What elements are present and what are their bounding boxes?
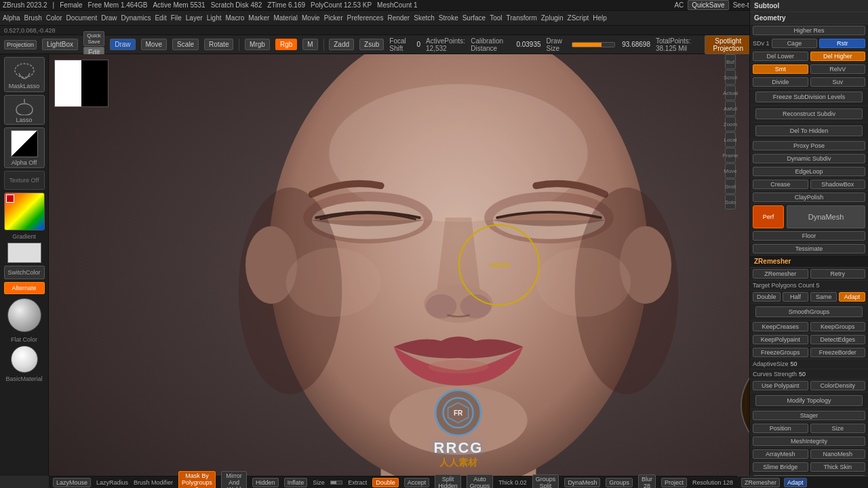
draw-mode-button[interactable]: Draw: [110, 39, 135, 50]
tool-btn-7[interactable]: Frame: [725, 148, 736, 163]
keep-creases-button[interactable]: KeepCreases: [753, 322, 808, 331]
floor-button[interactable]: Floor: [753, 231, 865, 241]
array-mesh-button[interactable]: ArrayMesh: [753, 449, 808, 459]
menu-color[interactable]: Color: [46, 14, 62, 22]
color-density-button[interactable]: ColorDensity: [810, 381, 866, 390]
smt-button[interactable]: Smt: [753, 64, 808, 74]
accept-button[interactable]: Accept: [404, 478, 430, 487]
adapt-button[interactable]: Adapt: [839, 292, 865, 302]
mrgb-button[interactable]: Mrgb: [245, 39, 270, 50]
smooth-groups-button[interactable]: SmoothGroups: [755, 306, 863, 317]
texture-off-button[interactable]: Texture Off: [4, 171, 45, 190]
tool-btn-6[interactable]: Local: [725, 132, 736, 147]
tessimate-button[interactable]: Tessimate: [753, 244, 865, 253]
menu-help[interactable]: Help: [593, 14, 607, 22]
menu-transform[interactable]: Transform: [507, 14, 537, 22]
edgeloop-button[interactable]: EdgeLoop: [753, 167, 865, 176]
reconstruct-button[interactable]: Reconstruct Subdiv: [755, 108, 863, 119]
menu-sketch[interactable]: Sketch: [414, 14, 435, 22]
switch-color-button[interactable]: SwitchColor: [4, 266, 45, 279]
menu-document[interactable]: Document: [66, 14, 98, 22]
zremesher-section-title[interactable]: ZRemesher: [750, 256, 868, 268]
double-button[interactable]: Double: [753, 292, 781, 302]
menu-tool[interactable]: Tool: [490, 14, 502, 22]
menu-stroke[interactable]: Stroke: [439, 14, 458, 22]
proxy-pose-button[interactable]: Proxy Pose: [753, 141, 865, 150]
menu-macro[interactable]: Macro: [226, 14, 245, 22]
projection-button[interactable]: Projection: [4, 40, 37, 49]
menu-alpha[interactable]: Alpha: [3, 14, 20, 22]
menu-brush[interactable]: Brush: [24, 14, 42, 22]
dynamesh-big-button[interactable]: DynaMesh: [787, 205, 865, 228]
tool-btn-5[interactable]: Zoom: [725, 117, 736, 131]
menu-material[interactable]: Material: [273, 14, 298, 22]
lightbox-button[interactable]: LightBox: [42, 39, 78, 50]
split-hidden-button[interactable]: Split Hidden: [435, 474, 461, 489]
freeze-groups-button[interactable]: FreezeGroups: [753, 348, 808, 357]
half-button[interactable]: Half: [783, 292, 809, 302]
groups-button[interactable]: Groups: [606, 478, 633, 487]
claypolish-button[interactable]: ClayPolish: [753, 192, 865, 202]
secondary-color-swatch[interactable]: [7, 243, 41, 263]
del-lower-button[interactable]: Del Lower: [753, 52, 808, 61]
menu-preferences[interactable]: Preferences: [347, 14, 383, 22]
subtool-title[interactable]: Subtool: [750, 0, 868, 12]
perf-button[interactable]: Perf: [753, 205, 784, 228]
size-slider[interactable]: [330, 481, 343, 485]
quicksave-small-button[interactable]: Quick Save: [83, 31, 104, 46]
shadowbox-button[interactable]: ShadowBox: [810, 180, 866, 189]
thick-skin-button[interactable]: Thick Skin: [810, 462, 866, 472]
menu-marker[interactable]: Marker: [248, 14, 269, 22]
same-button[interactable]: Same: [810, 292, 837, 302]
tool-btn-10[interactable]: Solo: [725, 195, 736, 209]
draw-size-slider[interactable]: [572, 42, 616, 47]
m-button[interactable]: M: [302, 39, 317, 50]
higher-res-button[interactable]: Higher Res: [753, 26, 865, 35]
stager-button[interactable]: Stager: [753, 411, 865, 420]
slime-bridge-button[interactable]: Slime Bridge: [753, 462, 808, 472]
rgb-button[interactable]: Rgb: [275, 39, 297, 50]
zsub-button[interactable]: Zsub: [359, 39, 384, 50]
zremesher-bottom[interactable]: ZRemesher: [741, 478, 780, 487]
menu-zscript[interactable]: ZScript: [568, 14, 589, 22]
modify-topology-button[interactable]: Modify Topology: [755, 395, 863, 406]
auto-groups-button[interactable]: Auto Groups: [467, 474, 494, 489]
blur-button[interactable]: Blur 28: [638, 474, 656, 489]
menu-draw[interactable]: Draw: [101, 14, 117, 22]
show-hidden-button[interactable]: Hidden: [252, 478, 279, 487]
groups-split-button[interactable]: Groups Split: [532, 474, 559, 489]
menu-zplugin[interactable]: Zplugin: [541, 14, 564, 22]
del-higher-button[interactable]: Del Higher: [810, 52, 866, 61]
spotlight-button[interactable]: Spotlight Projection: [705, 35, 751, 54]
crease-button[interactable]: Crease: [753, 180, 808, 189]
canvas-area[interactable]: +MASK FR RRCG: [49, 54, 868, 476]
quicksave-button[interactable]: QuickSave: [688, 0, 728, 10]
tool-btn-4[interactable]: Aafull: [725, 101, 736, 116]
nano-mesh-button[interactable]: NanoMesh: [810, 449, 866, 459]
size-button[interactable]: Size: [810, 424, 866, 433]
mesh-integrity-button[interactable]: MeshIntegrity: [753, 436, 865, 446]
zadd-button[interactable]: Zadd: [329, 39, 354, 50]
tool-btn-3[interactable]: Actual: [725, 85, 736, 100]
alpha-off-button[interactable]: Alpha Off: [4, 127, 45, 168]
tool-btn-2[interactable]: Scroll: [725, 70, 736, 85]
detect-edges-button[interactable]: DetectEdges: [810, 335, 866, 344]
keep-polypaint-button[interactable]: KeepPolypaint: [753, 335, 808, 344]
move-button[interactable]: Move: [141, 39, 167, 50]
rotate-button[interactable]: Rotate: [204, 39, 233, 50]
freeze-subdiv-button[interactable]: Freeze SubDivision Levels: [755, 92, 863, 102]
project-button[interactable]: Project: [661, 478, 687, 487]
inflate-button[interactable]: Inflate: [284, 478, 308, 487]
flat-color-sphere[interactable]: [11, 346, 38, 373]
freeze-border-button[interactable]: FreezeBorder: [810, 348, 866, 357]
del-hidden-button[interactable]: Del To Hidden: [755, 125, 863, 136]
menu-dynamics[interactable]: Dynamics: [121, 14, 151, 22]
alternate-button[interactable]: Alternate: [4, 282, 45, 294]
menu-picker[interactable]: Picker: [324, 14, 343, 22]
dynamic-subdiv-button[interactable]: Dynamic Subdiv: [753, 154, 865, 163]
divide-button[interactable]: Divide: [753, 77, 808, 87]
menu-light[interactable]: Light: [207, 14, 222, 22]
menu-file[interactable]: File: [171, 14, 182, 22]
double-bottom-button[interactable]: Double: [372, 478, 399, 487]
tool-btn-8[interactable]: Move: [725, 163, 736, 178]
